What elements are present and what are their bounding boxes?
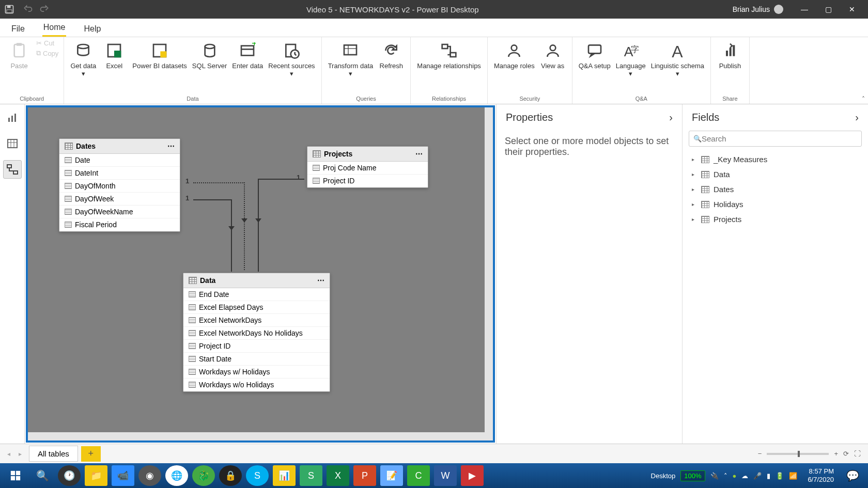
table-row[interactable]: Project ID (183, 340, 330, 353)
view-as-button[interactable]: View as (539, 39, 567, 72)
table-row[interactable]: Workdays w/ Holidays (183, 366, 330, 379)
redo-icon[interactable] (39, 4, 50, 14)
more-icon[interactable]: ⋯ (317, 276, 324, 285)
tray-icon[interactable]: ▮ (767, 472, 770, 480)
chevron-right-icon[interactable]: › (669, 112, 673, 123)
zoom-slider[interactable] (767, 453, 829, 455)
close-button[interactable]: ✕ (840, 0, 864, 19)
transform-data-button[interactable]: Transform data▾ (327, 39, 375, 80)
taskbar-app-camtasia[interactable]: C (407, 465, 430, 486)
maximize-button[interactable]: ▢ (816, 0, 840, 19)
table-projects[interactable]: Projects⋯ Proj Code Name Project ID (307, 146, 428, 188)
table-row[interactable]: Start Date (183, 353, 330, 366)
relationship-line[interactable] (258, 179, 259, 272)
taskbar-app-snagit[interactable]: S (300, 465, 322, 486)
reset-zoom-icon[interactable]: ⟳ (843, 450, 849, 458)
tab-file[interactable]: File (10, 21, 26, 37)
relationship-line[interactable] (244, 182, 245, 270)
desktop-toolbar[interactable]: Desktop (651, 472, 676, 480)
relationship-line[interactable] (258, 179, 304, 180)
table-row[interactable]: DateInt (59, 167, 180, 180)
taskbar-app[interactable]: 🐉 (192, 465, 215, 486)
taskbar-app[interactable]: 🔒 (219, 465, 242, 486)
table-data[interactable]: Data⋯ End Date Excel Elapsed Days Excel … (183, 273, 330, 392)
recent-sources-button[interactable]: Recent sources▾ (267, 39, 316, 80)
taskbar-app-excel[interactable]: X (327, 465, 349, 486)
model-canvas[interactable]: Dates⋯ Date DateInt DayOfMonth DayOfWeek… (26, 105, 495, 443)
table-row[interactable]: Proj Code Name (307, 162, 428, 175)
table-row[interactable]: Workdays w/o Holidays (183, 379, 330, 391)
zoom-in-button[interactable]: + (834, 450, 838, 458)
table-row[interactable]: Date (59, 154, 180, 167)
relationship-line[interactable] (193, 182, 245, 183)
manage-roles-button[interactable]: Manage roles (493, 39, 536, 72)
table-row[interactable]: DayOfWeek (59, 193, 180, 206)
model-view-button[interactable] (3, 160, 22, 179)
search-button[interactable]: 🔍 (29, 465, 56, 486)
table-row[interactable]: Excel Elapsed Days (183, 301, 330, 314)
pbi-datasets-button[interactable]: Power BI datasets (131, 39, 188, 72)
vertical-scrollbar[interactable] (485, 107, 493, 440)
search-input[interactable] (702, 134, 857, 143)
taskbar-app-explorer[interactable]: 📁 (85, 465, 107, 486)
table-row[interactable]: End Date (183, 288, 330, 301)
tab-home[interactable]: Home (42, 20, 67, 37)
field-table-item[interactable]: ▸Holidays (683, 197, 868, 212)
tray-wifi-icon[interactable]: 📶 (789, 472, 797, 480)
diagram-tab-all-tables[interactable]: All tables (29, 446, 78, 462)
table-dates[interactable]: Dates⋯ Date DateInt DayOfMonth DayOfWeek… (59, 138, 180, 232)
tab-help[interactable]: Help (83, 21, 102, 37)
fit-to-screen-icon[interactable]: ⛶ (854, 450, 861, 458)
minimize-button[interactable]: — (793, 0, 816, 19)
get-data-button[interactable]: Get data▾ (69, 39, 97, 80)
sql-server-button[interactable]: SQL Server (191, 39, 228, 72)
refresh-button[interactable]: Refresh (377, 39, 405, 72)
more-icon[interactable]: ⋯ (415, 150, 423, 158)
tray-chevron-up-icon[interactable]: ˄ (724, 472, 727, 480)
taskbar-app[interactable]: ▶ (461, 465, 484, 486)
chevron-right-icon[interactable]: › (855, 112, 859, 123)
field-table-item[interactable]: ▸Dates (683, 182, 868, 197)
table-row[interactable]: Excel NetworkDays (183, 314, 330, 327)
tray-mic-icon[interactable]: 🎤 (753, 472, 762, 480)
taskbar-app-skype[interactable]: S (246, 465, 269, 486)
enter-data-button[interactable]: + Enter data (231, 39, 264, 72)
linguistic-schema-button[interactable]: A Linguistic schema▾ (650, 39, 705, 80)
table-row[interactable]: Project ID (307, 175, 428, 187)
taskbar-app-zoom[interactable]: 📹 (112, 465, 134, 486)
report-view-button[interactable] (3, 108, 22, 127)
tab-nav-next[interactable]: ▸ (14, 450, 26, 458)
tab-nav-prev[interactable]: ◂ (3, 450, 14, 458)
notifications-button[interactable]: 💬 (839, 465, 866, 486)
taskbar-app[interactable]: 🕐 (58, 465, 81, 486)
taskbar-app-powerpoint[interactable]: P (353, 465, 376, 486)
user-account[interactable]: Brian Julius (733, 5, 783, 14)
fields-search[interactable]: 🔍 (689, 131, 862, 147)
save-icon[interactable] (4, 4, 14, 14)
publish-button[interactable]: Publish (716, 39, 744, 72)
field-table-item[interactable]: ▸Data (683, 167, 868, 182)
qa-setup-button[interactable]: Q&A setup (578, 39, 612, 72)
horizontal-scrollbar[interactable] (28, 432, 493, 440)
manage-relationships-button[interactable]: Manage relationships (416, 39, 482, 72)
tray-power-icon[interactable]: 🔌 (710, 472, 719, 480)
start-button[interactable] (2, 465, 29, 486)
taskbar-clock[interactable]: 8:57 PM 6/7/2020 (802, 467, 839, 483)
tray-battery-icon[interactable]: 🔋 (776, 472, 784, 480)
field-table-item[interactable]: ▸_Key Measures (683, 152, 868, 167)
table-row[interactable]: Fiscal Period (59, 218, 180, 231)
zoom-out-button[interactable]: − (758, 450, 762, 458)
language-button[interactable]: A字 Language▾ (615, 39, 647, 80)
data-view-button[interactable] (3, 134, 22, 153)
taskbar-app-word[interactable]: W (434, 465, 457, 486)
tray-onedrive-icon[interactable]: ☁ (741, 472, 748, 480)
undo-icon[interactable] (23, 4, 33, 14)
tray-icon[interactable]: ● (733, 472, 737, 480)
taskbar-app-chrome[interactable]: 🌐 (165, 465, 188, 486)
table-row[interactable]: DayOfWeekName (59, 206, 180, 218)
excel-button[interactable]: Excel (100, 39, 128, 72)
table-row[interactable]: Excel NetworkDays No Holidays (183, 327, 330, 340)
field-table-item[interactable]: ▸Projects (683, 212, 868, 227)
taskbar-app[interactable]: ◉ (138, 465, 161, 486)
taskbar-app-notepad[interactable]: 📝 (380, 465, 403, 486)
